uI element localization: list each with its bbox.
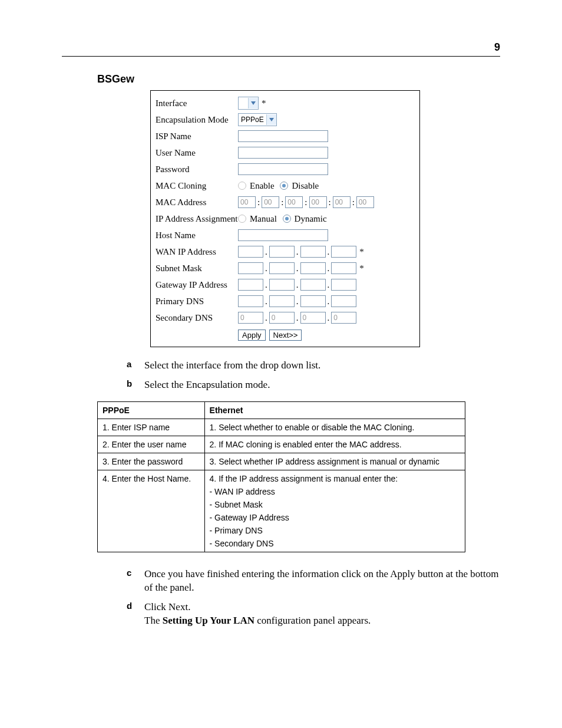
step-d-line1: Click Next. — [144, 601, 190, 612]
colon: : — [352, 197, 355, 207]
subnet-3[interactable] — [300, 262, 326, 274]
macclone-disable-radio[interactable] — [280, 182, 288, 190]
label-subnet: Subnet Mask — [156, 263, 238, 274]
gwip-2[interactable] — [269, 279, 295, 291]
pdns-3[interactable] — [300, 295, 326, 307]
wanip-3[interactable] — [300, 246, 326, 258]
step-b-text: Select the Encapsulation mode. — [144, 378, 500, 392]
user-input[interactable] — [238, 147, 328, 159]
dot: . — [328, 263, 330, 274]
colon: : — [305, 197, 307, 207]
comparison-table: PPPoE Ethernet 1. Enter ISP name 1. Sele… — [97, 401, 465, 552]
pdns-2[interactable] — [269, 295, 295, 307]
mac-octet-2[interactable] — [262, 196, 279, 208]
interface-select[interactable] — [238, 97, 259, 110]
subnet-4[interactable] — [331, 262, 356, 274]
chevron-down-icon — [266, 114, 276, 125]
cell: 4. Enter the Host Name. — [98, 470, 205, 552]
gwip-3[interactable] — [300, 279, 326, 291]
encap-select[interactable]: PPPoE — [238, 113, 277, 126]
ipassign-dynamic-radio[interactable] — [283, 215, 291, 223]
next-button[interactable]: Next>> — [269, 330, 302, 341]
dot: . — [265, 297, 267, 307]
colon: : — [281, 197, 283, 207]
gwip-4[interactable] — [331, 279, 356, 291]
mac-octet-6[interactable] — [356, 196, 374, 208]
ipassign-manual-radio[interactable] — [238, 215, 246, 223]
label-macclone: MAC Cloning — [156, 181, 238, 191]
step-d-text: Click Next. The Setting Up Your LAN conf… — [144, 601, 500, 628]
required-star: * — [359, 247, 364, 257]
dot: . — [265, 247, 267, 257]
wanip-2[interactable] — [269, 246, 295, 258]
gwip-1[interactable] — [238, 279, 263, 291]
hostname-input[interactable] — [238, 229, 328, 241]
label-ipassign: IP Address Assignment — [156, 214, 238, 224]
cell-sub: - Secondary DNS — [210, 539, 460, 548]
required-star: * — [359, 263, 364, 274]
section-heading: BSGew — [97, 73, 500, 85]
th-ethernet: Ethernet — [204, 401, 465, 419]
step-a-text: Select the interface from the drop down … — [144, 359, 500, 373]
step-d-line2c: configuration panel appears. — [254, 615, 371, 626]
pdns-1[interactable] — [238, 295, 263, 307]
dot: . — [328, 297, 330, 307]
cell-main: 4. If the IP address assignment is manua… — [210, 474, 460, 483]
ipassign-dynamic-label: Dynamic — [295, 214, 327, 224]
label-hostname: Host Name — [156, 230, 238, 241]
cell: 4. If the IP address assignment is manua… — [204, 470, 465, 552]
step-d-tag: d — [127, 601, 144, 628]
label-interface: Interface — [156, 98, 238, 108]
colon: : — [257, 197, 260, 207]
top-rule — [62, 56, 500, 57]
sdns-2[interactable] — [269, 312, 295, 324]
cell: 1. Enter ISP name — [98, 419, 205, 436]
macclone-enable-label: Enable — [250, 181, 275, 191]
label-sdns: Secondary DNS — [156, 313, 238, 323]
chevron-down-icon — [248, 98, 258, 108]
subnet-2[interactable] — [269, 262, 295, 274]
cell-sub: - Primary DNS — [210, 526, 460, 535]
subnet-1[interactable] — [238, 262, 263, 274]
dot: . — [265, 313, 267, 323]
apply-button[interactable]: Apply — [238, 330, 266, 341]
label-wanip: WAN IP Address — [156, 247, 238, 257]
mac-octet-3[interactable] — [285, 196, 303, 208]
label-user: User Name — [156, 148, 238, 158]
mac-octet-4[interactable] — [309, 196, 327, 208]
svg-marker-0 — [251, 101, 256, 105]
macclone-enable-radio[interactable] — [238, 182, 246, 190]
page-number: 9 — [62, 41, 500, 54]
wanip-4[interactable] — [331, 246, 356, 258]
step-d-line2a: The — [144, 615, 163, 626]
cell-sub: - WAN IP address — [210, 487, 460, 496]
sdns-1[interactable] — [238, 312, 263, 324]
mac-octet-1[interactable] — [238, 196, 256, 208]
sdns-3[interactable] — [300, 312, 326, 324]
dot: . — [328, 280, 330, 290]
colon: : — [329, 197, 331, 207]
cell-sub: - Subnet Mask — [210, 500, 460, 509]
mac-octet-5[interactable] — [333, 196, 351, 208]
label-pass: Password — [156, 164, 238, 174]
cell: 3. Enter the password — [98, 453, 205, 470]
step-d-bold: Setting Up Your LAN — [163, 615, 254, 626]
password-input[interactable] — [238, 163, 328, 175]
isp-input[interactable] — [238, 130, 328, 142]
ipassign-manual-label: Manual — [250, 214, 277, 224]
cell-sub: - Gateway IP Address — [210, 513, 460, 522]
dot: . — [328, 313, 330, 323]
pdns-4[interactable] — [331, 295, 356, 307]
required-star: * — [262, 98, 266, 108]
dot: . — [296, 297, 299, 307]
wanip-1[interactable] — [238, 246, 263, 258]
step-c-tag: c — [127, 568, 144, 595]
step-b-tag: b — [127, 378, 144, 392]
encap-select-value: PPPoE — [239, 116, 266, 124]
step-a-tag: a — [127, 359, 144, 373]
dot: . — [296, 280, 299, 290]
label-pdns: Primary DNS — [156, 297, 238, 307]
cell: 2. Enter the user name — [98, 436, 205, 453]
sdns-4[interactable] — [331, 312, 356, 324]
label-macaddr: MAC Address — [156, 197, 238, 207]
